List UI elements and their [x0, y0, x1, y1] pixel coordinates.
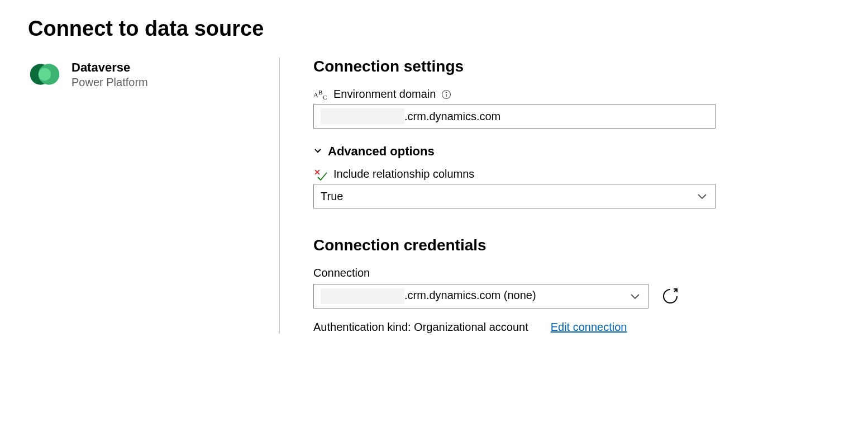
include-relationship-value: True	[321, 190, 343, 203]
dataverse-icon	[28, 58, 61, 91]
svg-text:C: C	[323, 94, 327, 101]
environment-domain-label: Environment domain	[333, 88, 436, 101]
text-type-icon: A B C	[313, 88, 328, 101]
authentication-kind-label: Authentication kind: Organizational acco…	[313, 321, 528, 334]
connection-select[interactable]: .crm.dynamics.com (none)	[313, 284, 648, 309]
svg-text:A: A	[313, 91, 318, 99]
connector-panel: Dataverse Power Platform	[28, 58, 279, 334]
chevron-down-icon	[629, 290, 641, 302]
connector-name: Dataverse	[71, 60, 148, 75]
environment-domain-input[interactable]: .crm.dynamics.com	[313, 104, 716, 129]
svg-point-8	[446, 92, 447, 93]
advanced-options-label: Advanced options	[328, 144, 435, 159]
connection-label: Connection	[313, 267, 737, 279]
connector-category: Power Platform	[71, 76, 148, 89]
redacted-prefix	[321, 288, 404, 304]
edit-connection-link[interactable]: Edit connection	[551, 321, 627, 334]
include-relationship-select[interactable]: True	[313, 184, 716, 208]
connection-credentials-header: Connection credentials	[313, 236, 737, 254]
chevron-down-icon	[313, 146, 322, 157]
chevron-down-icon	[696, 190, 708, 202]
svg-text:B: B	[318, 89, 322, 96]
advanced-options-toggle[interactable]: Advanced options	[313, 144, 737, 159]
boolean-type-icon	[313, 168, 328, 181]
refresh-button[interactable]	[661, 287, 680, 306]
redacted-prefix	[321, 108, 404, 124]
page-title: Connect to data source	[28, 17, 840, 41]
info-icon[interactable]	[441, 89, 451, 99]
connection-settings-header: Connection settings	[313, 58, 737, 75]
environment-domain-suffix: .crm.dynamics.com	[404, 110, 500, 123]
include-relationship-label: Include relationship columns	[333, 168, 474, 181]
svg-point-2	[39, 68, 51, 81]
connection-value-suffix: .crm.dynamics.com (none)	[404, 289, 536, 301]
